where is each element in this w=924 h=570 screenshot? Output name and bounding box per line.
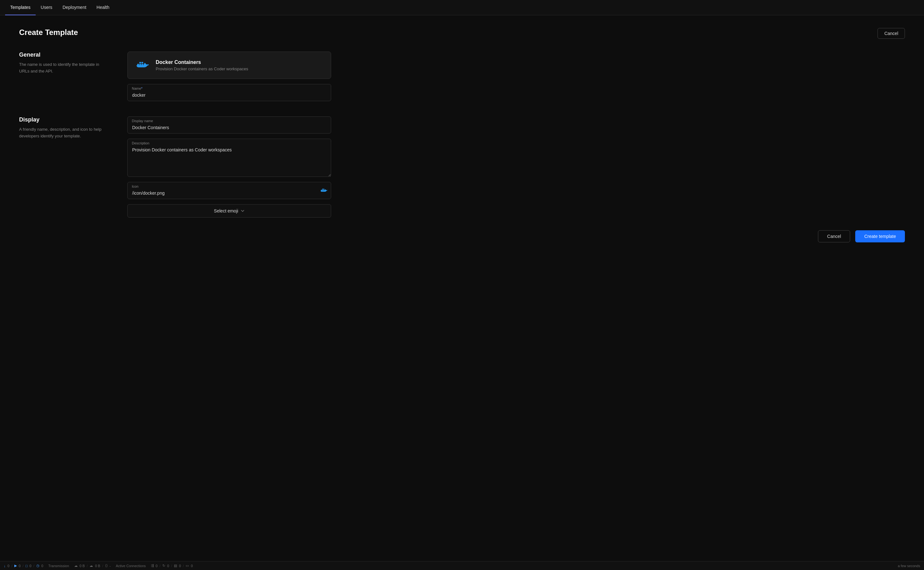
display-section-desc: A friendly name, description, and icon t… [19, 126, 108, 139]
svg-rect-5 [140, 62, 141, 64]
top-nav: Templates Users Deployment Health [0, 0, 924, 15]
display-section-left: Display A friendly name, description, an… [19, 116, 108, 218]
code-val: - [109, 564, 111, 568]
status-val-3: 0 [29, 564, 32, 568]
cancel-top-button[interactable]: Cancel [878, 28, 905, 39]
status-metrics: ↓ 0 / ▶ 0 / □ 0 / ◷ 0 [4, 564, 43, 568]
general-section-left: General The name is used to identify the… [19, 52, 108, 101]
status-val-4: 0 [42, 564, 43, 568]
nav-health[interactable]: Health [91, 0, 114, 15]
docker-card-text: Docker Containers Provision Docker conta… [156, 60, 248, 71]
name-input[interactable] [128, 84, 331, 101]
status-val-1: 0 [8, 564, 9, 568]
svg-rect-7 [322, 190, 323, 191]
display-name-input[interactable] [128, 116, 331, 133]
conn-val-2: 0 [167, 564, 169, 568]
download-val: 0 B [95, 564, 100, 568]
create-template-button[interactable]: Create template [855, 230, 905, 242]
status-transmission: ☁ 0 B / ☁ 0 B / ⟨⟩ - [74, 564, 111, 568]
nav-deployment[interactable]: Deployment [57, 0, 91, 15]
docker-logo-icon [136, 60, 149, 70]
main-content: Create Template Cancel General The name … [0, 15, 924, 561]
svg-rect-8 [323, 190, 324, 191]
conn-val-4: 0 [191, 564, 193, 568]
status-icon-1: ↓ [4, 564, 6, 568]
description-field: Description [128, 139, 331, 177]
icon-input[interactable] [128, 182, 331, 199]
nav-templates[interactable]: Templates [5, 0, 36, 15]
upload-icon: ☁ [74, 564, 78, 568]
conn-val-3: 0 [179, 564, 181, 568]
conn-icon-3: ▤ [174, 564, 177, 568]
general-section-title: General [19, 52, 108, 58]
status-bar: ↓ 0 / ▶ 0 / □ 0 / ◷ 0 Transmission ☁ 0 B… [0, 561, 924, 570]
chevron-down-icon [241, 209, 244, 213]
page-header: Create Template Cancel [19, 28, 905, 39]
conn-icon-2: ↻ [162, 564, 165, 568]
name-field: Name* [128, 84, 331, 101]
conn-icon-4: ▭ [186, 564, 189, 568]
general-section-right: Docker Containers Provision Docker conta… [128, 52, 331, 101]
svg-rect-6 [321, 190, 322, 191]
display-section-right: Display name Description Icon [128, 116, 331, 218]
transmission-label: Transmission [48, 564, 69, 568]
docker-mini-icon [320, 188, 327, 193]
svg-rect-1 [140, 64, 141, 66]
svg-rect-0 [137, 64, 139, 66]
nav-users[interactable]: Users [36, 0, 58, 15]
docker-card-icon [135, 58, 149, 72]
status-val-2: 0 [19, 564, 21, 568]
icon-field: Icon [128, 182, 331, 199]
select-emoji-label: Select emoji [214, 208, 238, 213]
upload-val: 0 B [80, 564, 85, 568]
svg-rect-3 [141, 62, 143, 64]
general-section-desc: The name is used to identify the templat… [19, 61, 108, 75]
status-icon-2: ▶ [14, 564, 17, 568]
download-icon: ☁ [89, 564, 93, 568]
conn-icon-1: ⇶ [151, 564, 154, 568]
conn-val-1: 0 [156, 564, 158, 568]
general-section: General The name is used to identify the… [19, 52, 905, 101]
svg-rect-11 [322, 188, 323, 190]
docker-card-subtitle: Provision Docker containers as Coder wor… [156, 66, 248, 71]
cancel-button[interactable]: Cancel [818, 230, 850, 242]
page-title: Create Template [19, 28, 78, 37]
svg-rect-2 [141, 64, 143, 66]
status-timestamp: a few seconds [898, 564, 920, 568]
docker-card-title: Docker Containers [156, 60, 248, 65]
bottom-actions: Cancel Create template [19, 230, 905, 255]
display-section: Display A friendly name, description, an… [19, 116, 905, 218]
display-name-field: Display name [128, 116, 331, 133]
display-section-title: Display [19, 116, 108, 123]
sections-wrapper: General The name is used to identify the… [19, 52, 905, 218]
docker-card: Docker Containers Provision Docker conta… [128, 52, 331, 79]
status-connections: ⇶ 0 / ↻ 0 / ▤ 0 / ▭ 0 [151, 564, 193, 568]
status-icon-4: ◷ [36, 564, 40, 568]
status-icon-3: □ [26, 564, 28, 568]
active-connections-label: Active Connections [116, 564, 146, 568]
code-icon: ⟨⟩ [105, 564, 108, 568]
icon-input-wrapper [128, 182, 331, 199]
svg-rect-9 [323, 188, 324, 190]
description-input[interactable] [128, 139, 331, 177]
select-emoji-button[interactable]: Select emoji [128, 204, 331, 218]
